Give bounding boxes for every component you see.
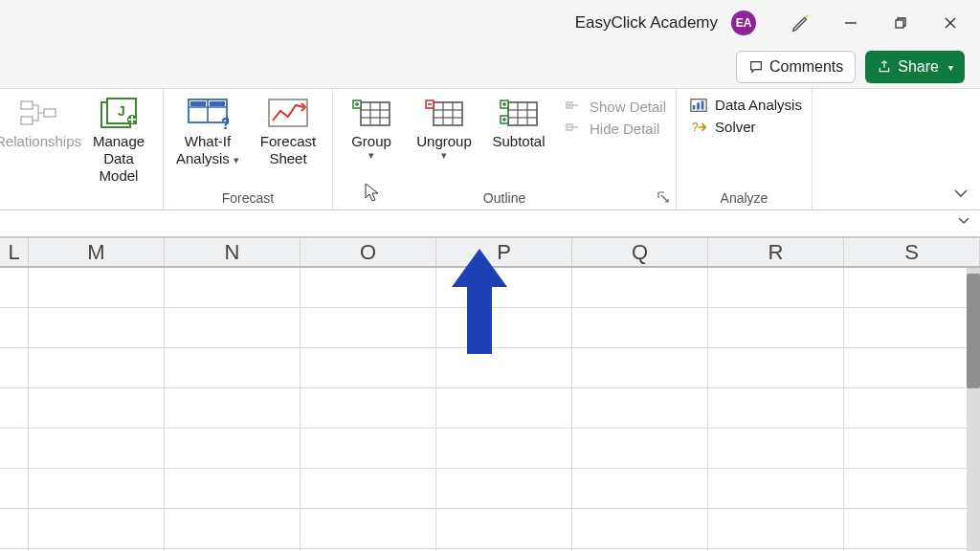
cell[interactable] bbox=[436, 268, 572, 308]
cell[interactable] bbox=[165, 388, 301, 429]
cell[interactable] bbox=[436, 348, 572, 388]
cell[interactable] bbox=[436, 308, 572, 348]
cell[interactable] bbox=[436, 388, 572, 429]
cell[interactable] bbox=[844, 268, 980, 308]
cell[interactable] bbox=[0, 429, 29, 469]
col-header-S[interactable]: S bbox=[844, 238, 980, 266]
cell[interactable] bbox=[165, 308, 301, 348]
ribbon-collapse-button[interactable] bbox=[953, 187, 969, 202]
col-header-P[interactable]: P bbox=[436, 238, 572, 266]
svg-rect-30 bbox=[508, 102, 537, 125]
cell[interactable] bbox=[572, 429, 708, 469]
cell[interactable] bbox=[572, 308, 708, 348]
mode-pen-button[interactable] bbox=[779, 4, 823, 42]
share-button[interactable]: Share ▾ bbox=[865, 51, 965, 83]
cell[interactable] bbox=[301, 509, 436, 549]
cell[interactable] bbox=[301, 469, 436, 509]
hide-detail-label: Hide Detail bbox=[590, 121, 659, 137]
cell[interactable] bbox=[708, 509, 844, 549]
window-restore-button[interactable] bbox=[879, 4, 923, 42]
cell[interactable] bbox=[572, 469, 708, 509]
col-header-N[interactable]: N bbox=[165, 238, 301, 266]
subtotal-button[interactable]: Subtotal bbox=[488, 95, 549, 150]
cell[interactable] bbox=[0, 268, 29, 308]
outline-dialog-launcher[interactable] bbox=[657, 190, 670, 204]
cell[interactable] bbox=[844, 348, 980, 388]
ribbon: Relationships J Manage Data Model . bbox=[0, 88, 980, 210]
data-analysis-button[interactable]: Data Analysis bbox=[690, 97, 802, 113]
cell[interactable] bbox=[301, 308, 436, 348]
manage-data-model-button[interactable]: J Manage Data Model bbox=[84, 95, 153, 185]
cell[interactable] bbox=[0, 388, 29, 429]
cell[interactable] bbox=[29, 469, 165, 509]
cell[interactable] bbox=[301, 268, 436, 308]
cell[interactable] bbox=[708, 388, 844, 429]
cell[interactable] bbox=[29, 348, 165, 388]
cell[interactable] bbox=[0, 308, 29, 348]
cell[interactable] bbox=[572, 388, 708, 429]
comments-button[interactable]: Comments bbox=[736, 51, 856, 83]
cell[interactable] bbox=[29, 509, 165, 549]
cell[interactable] bbox=[301, 348, 436, 388]
svg-rect-14 bbox=[190, 101, 206, 106]
spreadsheet-grid[interactable] bbox=[0, 268, 980, 551]
cell[interactable] bbox=[165, 429, 301, 469]
cell[interactable] bbox=[708, 429, 844, 469]
cell[interactable] bbox=[436, 509, 572, 549]
cell[interactable] bbox=[708, 308, 844, 348]
formula-bar[interactable] bbox=[0, 210, 980, 237]
col-header-Q[interactable]: Q bbox=[572, 238, 708, 266]
cell[interactable] bbox=[436, 429, 572, 469]
svg-rect-1 bbox=[896, 20, 903, 28]
forecast-group-label: Forecast bbox=[173, 188, 323, 206]
forecast-sheet-button[interactable]: Forecast Sheet bbox=[254, 95, 323, 167]
cell[interactable] bbox=[301, 388, 436, 429]
cell[interactable] bbox=[0, 509, 29, 549]
cell[interactable] bbox=[844, 509, 980, 549]
relationships-button[interactable]: Relationships bbox=[4, 95, 73, 150]
user-avatar[interactable]: EA bbox=[731, 11, 756, 35]
col-header-O[interactable]: O bbox=[301, 238, 436, 266]
scrollbar-thumb[interactable] bbox=[967, 274, 980, 388]
show-detail-button[interactable]: Show Detail bbox=[565, 99, 666, 115]
cell[interactable] bbox=[165, 509, 301, 549]
window-close-button[interactable] bbox=[928, 4, 972, 42]
formula-bar-expand[interactable] bbox=[957, 215, 970, 230]
cell[interactable] bbox=[165, 469, 301, 509]
svg-rect-24 bbox=[434, 102, 462, 125]
cell[interactable] bbox=[572, 348, 708, 388]
subtotal-label: Subtotal bbox=[492, 133, 545, 149]
cell[interactable] bbox=[708, 268, 844, 308]
group-button[interactable]: Group ▾ bbox=[343, 95, 400, 161]
cell[interactable] bbox=[29, 268, 165, 308]
cell[interactable] bbox=[29, 429, 165, 469]
vertical-scrollbar[interactable] bbox=[967, 268, 980, 551]
cell[interactable] bbox=[29, 388, 165, 429]
col-header-R[interactable]: R bbox=[708, 238, 844, 266]
col-header-M[interactable]: M bbox=[29, 238, 165, 266]
subtotal-icon bbox=[498, 97, 540, 131]
hide-detail-button[interactable]: Hide Detail bbox=[565, 121, 666, 137]
cell[interactable] bbox=[0, 469, 29, 509]
cell[interactable] bbox=[0, 348, 29, 388]
chevron-down-icon bbox=[953, 187, 969, 199]
ungroup-button[interactable]: Ungroup ▾ bbox=[412, 95, 477, 161]
cell[interactable] bbox=[165, 348, 301, 388]
cell[interactable] bbox=[844, 469, 980, 509]
cell[interactable] bbox=[572, 509, 708, 549]
cell[interactable] bbox=[708, 469, 844, 509]
cell[interactable] bbox=[436, 469, 572, 509]
solver-label: Solver bbox=[715, 119, 756, 135]
solver-button[interactable]: ? Solver bbox=[690, 119, 802, 135]
cell[interactable] bbox=[844, 429, 980, 469]
cell[interactable] bbox=[844, 388, 980, 429]
window-minimize-button[interactable] bbox=[829, 4, 873, 42]
cell[interactable] bbox=[572, 268, 708, 308]
cell[interactable] bbox=[844, 308, 980, 348]
col-header-partial[interactable]: L bbox=[0, 238, 29, 266]
whatif-analysis-button[interactable]: ? What-If Analysis ▾ bbox=[173, 95, 242, 167]
cell[interactable] bbox=[165, 268, 301, 308]
cell[interactable] bbox=[29, 308, 165, 348]
cell[interactable] bbox=[708, 348, 844, 388]
cell[interactable] bbox=[301, 429, 436, 469]
